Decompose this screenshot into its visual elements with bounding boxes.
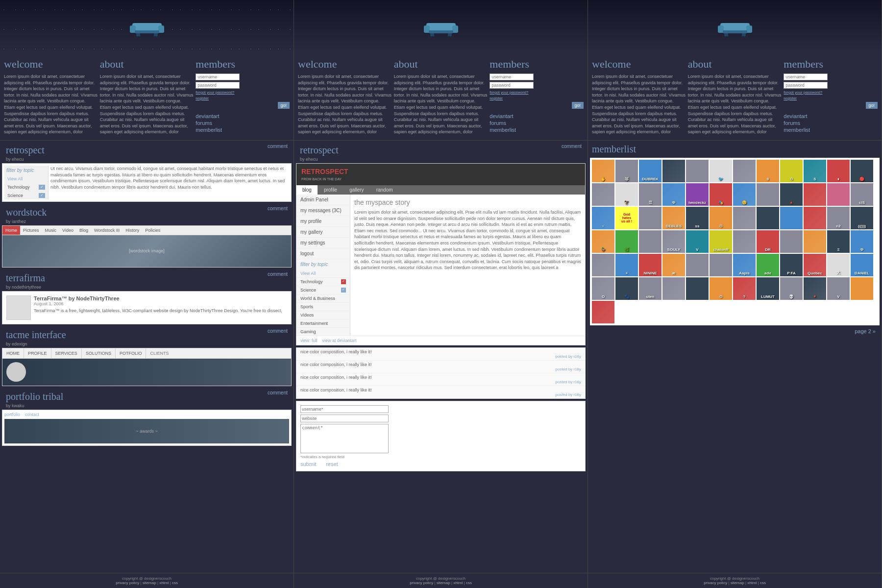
pn-contact[interactable]: contact (25, 412, 39, 417)
wn-history[interactable]: History (122, 226, 142, 235)
member-avatar-6[interactable] (733, 160, 756, 182)
member-avatar-24[interactable]: ~ (592, 207, 614, 229)
p3-footer-sitemap[interactable]: sitemap (731, 581, 744, 585)
sidebar-filter-science[interactable]: Science ✓ (296, 286, 350, 294)
member-avatar-2[interactable]: DUBREK (639, 160, 662, 182)
p2-forgot-link[interactable]: forgot your password? (490, 90, 584, 95)
tn-solutions[interactable]: SOLUTIONS (82, 348, 116, 358)
member-avatar-67[interactable]: LUMUT (757, 277, 779, 300)
member-avatar-12[interactable] (592, 183, 614, 206)
member-avatar-34[interactable]: n2 (827, 207, 850, 229)
member-avatar-53[interactable] (710, 254, 732, 276)
member-avatar-23[interactable]: ciS (851, 183, 873, 206)
member-avatar-37[interactable]: 🌿 (615, 230, 638, 253)
member-avatar-9[interactable]: S (804, 160, 826, 182)
member-avatar-52[interactable] (686, 254, 709, 276)
member-avatar-36[interactable]: 🦆 (592, 230, 614, 253)
wn-blog[interactable]: Blog (76, 226, 91, 235)
p2-password-input[interactable] (490, 82, 534, 89)
member-avatar-18[interactable]: 😊 (733, 183, 756, 206)
pn-portfolio[interactable]: portfolio (4, 412, 20, 417)
member-avatar-66[interactable]: ? (733, 277, 756, 300)
member-avatar-72[interactable] (592, 301, 614, 323)
sidebar-messages[interactable]: my messages (3C) (296, 205, 350, 216)
tn-profile[interactable]: PROFILE (24, 348, 51, 358)
sidebar-logout[interactable]: logout (296, 248, 350, 259)
p3-password-input[interactable] (784, 82, 828, 89)
nav-link-forums[interactable]: forums (196, 120, 290, 126)
tn-home[interactable]: HOME (2, 348, 24, 358)
view-deviantart-link[interactable]: view at deviantart (322, 338, 357, 343)
member-avatar-54[interactable]: Aapis (733, 254, 756, 276)
forgot-password-link[interactable]: forgot your password? (196, 90, 290, 95)
nav-link-deviantart[interactable]: deviantart (196, 113, 290, 120)
member-avatar-7[interactable]: 8 (757, 160, 779, 182)
register-link[interactable]: register (196, 96, 290, 100)
member-avatar-25[interactable]: Godhatesus all ! (615, 207, 638, 229)
member-avatar-20[interactable]: 🔺 (780, 183, 803, 206)
footer-xhtml[interactable]: xhtml (159, 581, 169, 585)
tf-comment-link[interactable]: comment (264, 270, 292, 279)
p2-username-input[interactable] (490, 74, 534, 80)
p2-footer-sitemap[interactable]: sitemap (437, 581, 450, 585)
sidebar-filter-sports[interactable]: Sports (296, 303, 350, 311)
p2-footer-css[interactable]: css (466, 581, 472, 585)
member-avatar-71[interactable] (851, 277, 873, 300)
member-avatar-46[interactable]: Ξ (827, 230, 850, 253)
sidebar-profile[interactable]: my profile (296, 216, 350, 227)
filter-view-all[interactable]: View All (4, 175, 48, 183)
tn-clients[interactable]: CLIENTS (146, 348, 172, 358)
tacme-comment-link[interactable]: comment (264, 326, 292, 336)
sidebar-filter-gaming[interactable]: Gaming (296, 328, 350, 336)
sidebar-filter-all[interactable]: View All (296, 270, 350, 278)
view-full-link[interactable]: view: full (300, 338, 318, 343)
go-button[interactable]: go! (278, 102, 290, 109)
p3-username-input[interactable] (784, 74, 828, 80)
member-avatar-14[interactable]: ☰ (639, 183, 662, 206)
member-avatar-48[interactable] (592, 254, 614, 276)
member-avatar-65[interactable]: ⊙ (710, 277, 732, 300)
p3-nav-deviantart[interactable]: deviantart (784, 113, 878, 120)
p3-footer-xhtml[interactable]: xhtml (747, 581, 757, 585)
member-avatar-69[interactable]: 🔻 (804, 277, 826, 300)
tn-services[interactable]: SERVICES (51, 348, 82, 358)
member-avatar-45[interactable] (804, 230, 826, 253)
portfolio-comment-link[interactable]: comment (264, 388, 292, 397)
cf-comment[interactable] (300, 424, 389, 453)
tab-random[interactable]: random (370, 185, 399, 195)
p2-nav-forums[interactable]: forums (490, 120, 584, 126)
sidebar-settings[interactable]: my settings (296, 238, 350, 248)
cf-submit[interactable]: submit (300, 461, 316, 467)
member-avatar-49[interactable]: + (615, 254, 638, 276)
member-avatar-17[interactable]: 🎭 (710, 183, 732, 206)
member-avatar-41[interactable]: chalonff (710, 230, 732, 253)
sidebar-filter-entertainment[interactable]: Entertainment (296, 319, 350, 328)
cf-reset[interactable]: reset (326, 461, 338, 467)
p3-forgot-link[interactable]: forgot your password? (784, 90, 878, 95)
wn-policies[interactable]: Policies (142, 226, 163, 235)
member-avatar-63[interactable] (662, 277, 685, 300)
p2-footer-privacy[interactable]: privacy policy (410, 581, 433, 585)
member-avatar-43[interactable]: DR (757, 230, 779, 253)
member-avatar-22[interactable] (827, 183, 850, 206)
member-avatar-4[interactable] (686, 160, 709, 182)
member-avatar-30[interactable] (733, 207, 756, 229)
member-avatar-27[interactable]: DEBLES (662, 207, 685, 229)
member-avatar-57[interactable]: Quebec (804, 254, 826, 276)
filter-science[interactable]: Science ✓ (4, 192, 48, 199)
cf-website[interactable] (300, 415, 389, 422)
filter-technology[interactable]: Technology ✓ (4, 183, 48, 192)
member-avatar-40[interactable]: V (686, 230, 709, 253)
p2-footer-xhtml[interactable]: xhtml (453, 581, 463, 585)
p3-go-button[interactable]: go! (866, 102, 878, 109)
member-avatar-16[interactable]: twodeckz (686, 183, 709, 206)
footer-css[interactable]: css (172, 581, 178, 585)
p2-register-link[interactable]: register (490, 96, 584, 100)
tab-blog[interactable]: blog (296, 185, 318, 195)
member-avatar-62[interactable]: uten (639, 277, 662, 300)
member-avatar-60[interactable]: O (592, 277, 614, 300)
wordstock-comment-link[interactable]: comment (264, 204, 292, 213)
member-avatar-64[interactable] (686, 277, 709, 300)
password-input[interactable] (196, 82, 240, 89)
sidebar-admin[interactable]: Admin Panel (296, 195, 350, 205)
